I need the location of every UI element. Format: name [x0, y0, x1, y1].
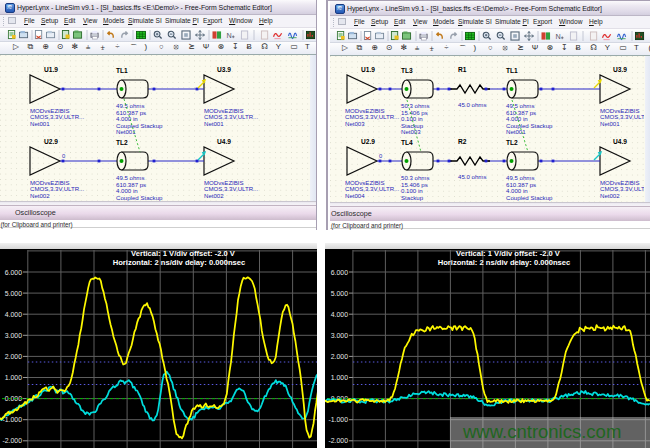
svg-text:Net002: Net002 — [30, 192, 50, 199]
svg-text:U4.9: U4.9 — [613, 138, 627, 145]
svg-text:0: 0 — [379, 153, 382, 159]
svg-text:5.000: 5.000 — [5, 290, 22, 297]
svg-text:4.000: 4.000 — [331, 311, 348, 318]
svg-text:-1.000: -1.000 — [2, 416, 22, 423]
svg-text:Net001: Net001 — [600, 120, 620, 127]
svg-text:TL1: TL1 — [116, 67, 128, 74]
svg-text:TL2: TL2 — [116, 139, 128, 146]
svg-text:N: N — [556, 32, 561, 41]
svg-text:1.000: 1.000 — [5, 374, 22, 381]
svg-text:Net001: Net001 — [506, 128, 526, 135]
svg-text:TL3: TL3 — [401, 67, 413, 74]
svg-text:R1: R1 — [458, 66, 467, 73]
svg-text:Net001: Net001 — [116, 128, 136, 135]
svg-text:-2.000: -2.000 — [2, 437, 22, 444]
svg-text:0.000: 0.000 — [5, 395, 22, 402]
svg-text:U2.9: U2.9 — [361, 138, 375, 145]
svg-text:3.000: 3.000 — [5, 332, 22, 339]
svg-text:TL1: TL1 — [506, 67, 518, 74]
svg-text:Net003: Net003 — [401, 128, 421, 135]
svg-text:6.000: 6.000 — [5, 269, 22, 276]
svg-text:Net004: Net004 — [345, 192, 365, 199]
svg-text:3.000: 3.000 — [331, 332, 348, 339]
svg-text:45.0 ohms: 45.0 ohms — [458, 101, 486, 108]
svg-text:Horizontal: 2 ns/div delay: 0: Horizontal: 2 ns/div delay: 0.000nsec — [113, 258, 246, 267]
svg-text:1.000: 1.000 — [331, 374, 348, 381]
svg-text:2.000: 2.000 — [331, 353, 348, 360]
svg-text:Net002: Net002 — [506, 200, 526, 201]
svg-text:TL2: TL2 — [506, 139, 518, 146]
svg-text:U1.9: U1.9 — [361, 66, 375, 73]
svg-text:-1.000: -1.000 — [328, 416, 348, 423]
svg-text:0: 0 — [62, 153, 65, 159]
svg-text:-2.000: -2.000 — [328, 437, 348, 444]
svg-text:U3.9: U3.9 — [217, 66, 231, 73]
svg-text:TL4: TL4 — [401, 139, 413, 146]
svg-text:N: N — [227, 31, 232, 40]
svg-text:45.0 ohms: 45.0 ohms — [458, 173, 486, 180]
svg-text:U1.9: U1.9 — [44, 66, 58, 73]
svg-text:Net001: Net001 — [204, 120, 224, 127]
svg-text:Net001: Net001 — [30, 120, 50, 127]
svg-text:U4.9: U4.9 — [217, 138, 231, 145]
svg-text:Net003: Net003 — [345, 120, 365, 127]
svg-text:Horizontal: 2 ns/div delay: 0: Horizontal: 2 ns/div delay: 0.000nsec — [438, 258, 571, 267]
svg-text:Net002: Net002 — [600, 192, 620, 199]
svg-text:U2.9: U2.9 — [44, 138, 58, 145]
svg-text:U3.9: U3.9 — [613, 66, 627, 73]
svg-text:5.000: 5.000 — [331, 290, 348, 297]
svg-text:2.000: 2.000 — [5, 353, 22, 360]
svg-text:Net002: Net002 — [204, 192, 224, 199]
svg-text:R2: R2 — [458, 138, 467, 145]
svg-text:Net004: Net004 — [401, 200, 421, 201]
svg-text:6.000: 6.000 — [331, 269, 348, 276]
svg-text:4.000: 4.000 — [5, 311, 22, 318]
svg-text:Net002: Net002 — [116, 200, 136, 201]
